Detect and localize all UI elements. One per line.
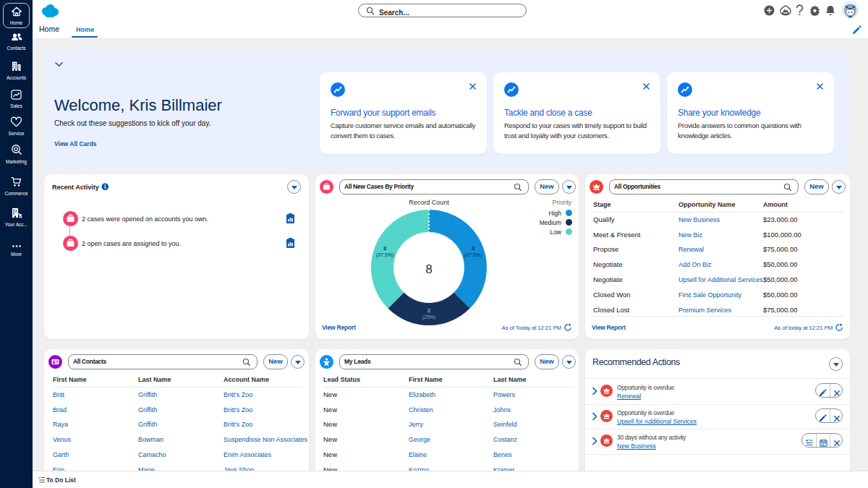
svg-text:3: 3 [383,245,387,252]
svg-text:2: 2 [427,307,431,314]
svg-text:(25%): (25%) [422,314,436,320]
svg-text:(37.5%): (37.5%) [464,252,482,258]
svg-text:8: 8 [425,262,432,276]
svg-text:3: 3 [472,245,475,252]
svg-text:(37.5%): (37.5%) [376,252,394,258]
